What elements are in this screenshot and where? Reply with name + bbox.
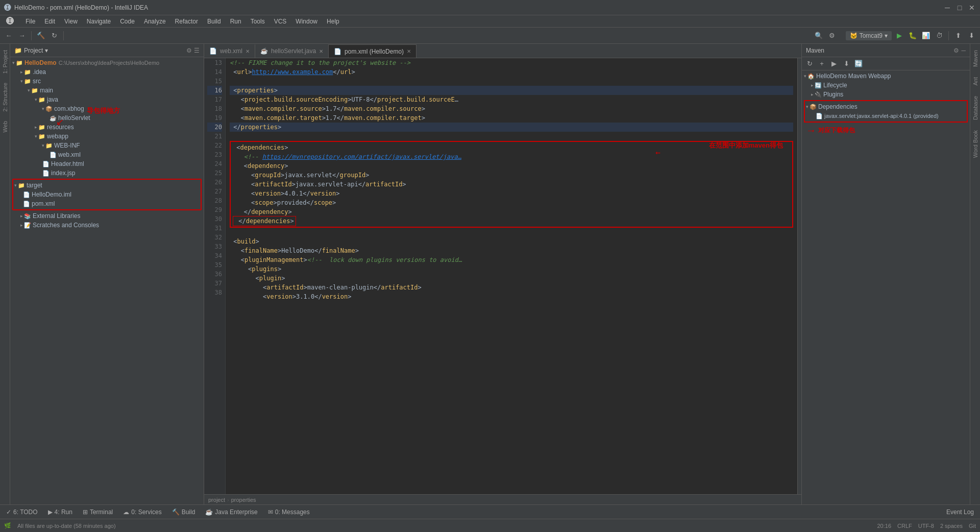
jar-icon: 📄: [815, 112, 823, 120]
menu-refactor[interactable]: Refactor: [171, 17, 202, 26]
tree-item-src[interactable]: ▾ 📁 src: [10, 77, 204, 86]
menu-edit[interactable]: Edit: [40, 17, 59, 26]
terminal-button[interactable]: ⊞ Terminal: [79, 507, 117, 517]
maven-run-btn[interactable]: ▶: [828, 58, 840, 69]
status-crlf[interactable]: CRLF: [897, 523, 912, 529]
tree-item-pom-xml[interactable]: 📄 pom.xml: [14, 199, 200, 208]
tab-pom-xml[interactable]: 📄 pom.xml (HelloDemo) ✕: [329, 44, 416, 58]
menu-vcs[interactable]: VCS: [270, 17, 291, 26]
vertical-scrollbar[interactable]: [797, 58, 801, 494]
maven-item-servlet-api[interactable]: 📄 javax.servlet:javax.servlet-api:4.0.1 …: [806, 111, 966, 120]
code-line-37: <artifactId>maven-clean-plugin</artifact…: [230, 283, 793, 292]
event-log-button[interactable]: Event Log: [942, 507, 978, 517]
menu-help[interactable]: Help: [323, 17, 344, 26]
maven-refresh-btn[interactable]: ↻: [804, 58, 815, 69]
right-tab-ant[interactable]: Ant: [971, 73, 979, 90]
tree-item-java[interactable]: ▾ 📁 java: [10, 95, 204, 104]
left-tab-web[interactable]: Web: [1, 117, 9, 136]
maven-settings-icon[interactable]: ⚙: [953, 47, 959, 54]
status-git[interactable]: Git: [969, 523, 976, 529]
maven-item-deps[interactable]: ▾ 📦 Dependencies: [806, 102, 966, 111]
vcs-pull-button[interactable]: ⬇: [966, 30, 977, 41]
maven-update-btn[interactable]: 🔄: [853, 58, 864, 69]
services-button[interactable]: ☁ 0: Services: [119, 507, 165, 517]
java-enterprise-button[interactable]: ☕ Java Enterprise: [201, 507, 261, 517]
tab-helloservlet[interactable]: ☕ helloServlet.java ✕: [255, 44, 329, 58]
tab-helloservlet-close[interactable]: ✕: [319, 49, 323, 54]
left-tab-project[interactable]: 1: Project: [1, 46, 9, 78]
maven-add-btn[interactable]: +: [816, 58, 827, 69]
left-tab-structure[interactable]: 2: Structure: [1, 79, 9, 116]
sync-icon[interactable]: ⚙: [186, 47, 192, 54]
menu-tools[interactable]: Tools: [247, 17, 269, 26]
status-indent[interactable]: 2 spaces: [940, 523, 963, 529]
maven-item-root[interactable]: ▾ 🏠 HelloDemo Maven Webapp: [802, 71, 970, 81]
coverage-button[interactable]: 📊: [920, 30, 932, 41]
menu-navigate[interactable]: Navigate: [83, 17, 115, 26]
breadcrumb: project › properties: [204, 494, 801, 504]
menu-file[interactable]: File: [21, 17, 39, 26]
arrow-icon: ▸: [811, 92, 814, 97]
profile-button[interactable]: ⏱: [934, 30, 945, 41]
tab-web-xml[interactable]: 📄 web.xml ✕: [204, 44, 255, 58]
tree-item-target[interactable]: ▾ 📁 target: [14, 181, 200, 190]
java-tab-icon: ☕: [260, 47, 268, 55]
maven-item-plugins[interactable]: ▸ 🔌 Plugins: [802, 90, 970, 99]
status-line[interactable]: 20:16: [877, 523, 891, 529]
code-editor[interactable]: <!-- FIXME change it to the project's we…: [226, 58, 797, 494]
tree-item-root[interactable]: ▾ 📁 HelloDemo C:\Users\xbhog\IdeaProject…: [10, 58, 204, 67]
project-panel-title: 📁 Project ▾: [14, 47, 48, 54]
search-everywhere-button[interactable]: 🔍: [813, 30, 824, 41]
editor-area: 📄 web.xml ✕ ☕ helloServlet.java ✕ 📄 pom.…: [204, 44, 801, 504]
tab-pom-xml-close[interactable]: ✕: [407, 49, 411, 54]
tree-item-idea[interactable]: ▸ 📁 .idea: [10, 67, 204, 77]
menu-analyze[interactable]: Analyze: [140, 17, 170, 26]
tree-item-web-xml[interactable]: 📄 web.xml: [10, 150, 204, 159]
run-tab-button[interactable]: ▶ 4: Run: [44, 507, 77, 517]
settings-icon[interactable]: ☰: [194, 47, 200, 54]
build-button[interactable]: 🔨: [35, 30, 46, 41]
tree-item-webinf[interactable]: ▾ 📁 WEB-INF: [10, 141, 204, 150]
maven-download-btn[interactable]: ⬇: [841, 58, 852, 69]
left-side-panel: 1: Project 2: Structure Web: [0, 44, 10, 504]
tree-item-scratches[interactable]: ▸ 📝 Scratches and Consoles: [10, 221, 204, 230]
maven-minimize-icon[interactable]: ─: [961, 47, 966, 54]
forward-button[interactable]: →: [16, 30, 28, 41]
menu-code[interactable]: Code: [116, 17, 139, 26]
debug-button[interactable]: 🐛: [907, 30, 918, 41]
breadcrumb-project[interactable]: project: [208, 497, 225, 503]
right-tab-maven[interactable]: Maven: [971, 46, 979, 71]
editor-content[interactable]: 131415 16 171819 20 21222324 25262728 29…: [204, 58, 801, 494]
maven-item-lifecycle[interactable]: ▸ 🔄 Lifecycle: [802, 81, 970, 90]
sync-button[interactable]: ↻: [48, 30, 60, 41]
tree-item-resources[interactable]: ▸ 📁 resources: [10, 123, 204, 132]
back-button[interactable]: ←: [3, 30, 14, 41]
tab-web-xml-close[interactable]: ✕: [246, 49, 250, 54]
tree-item-webapp[interactable]: ▾ 📁 webapp: [10, 132, 204, 141]
todo-button[interactable]: ✓ 6: TODO: [2, 507, 42, 517]
settings-button[interactable]: ⚙: [826, 30, 838, 41]
tree-item-index-jsp[interactable]: 📄 index.jsp: [10, 168, 204, 178]
tree-item-hellodemo-iml[interactable]: 📄 HelloDemo.iml: [14, 190, 200, 199]
tomcat-config[interactable]: 🐱 Tomcat9 ▾: [846, 31, 892, 40]
close-button[interactable]: ✕: [968, 4, 976, 12]
status-encoding[interactable]: UTF-8: [918, 523, 934, 529]
menu-run[interactable]: Run: [226, 17, 246, 26]
minimize-button[interactable]: ─: [943, 4, 951, 12]
tree-item-ext-libs[interactable]: ▸ 📚 External Libraries: [10, 211, 204, 221]
breadcrumb-properties[interactable]: properties: [231, 497, 256, 503]
right-tab-database[interactable]: Database: [971, 92, 979, 124]
build-tab-button[interactable]: 🔨 Build: [168, 507, 200, 517]
menu-view[interactable]: View: [60, 17, 82, 26]
vcs-button[interactable]: ⬆: [952, 30, 964, 41]
arrow-icon: ▸: [811, 83, 814, 88]
menu-build[interactable]: Build: [203, 17, 225, 26]
messages-button[interactable]: ✉ 0: Messages: [264, 507, 314, 517]
run-button[interactable]: ▶: [894, 30, 905, 41]
tree-item-header-html[interactable]: 📄 Header.html: [10, 159, 204, 168]
tree-item-main[interactable]: ▾ 📁 main: [10, 86, 204, 95]
maximize-button[interactable]: □: [955, 4, 964, 12]
right-tab-wordbook[interactable]: Word Book: [971, 126, 979, 162]
menu-window[interactable]: Window: [291, 17, 322, 26]
code-line-15: [230, 77, 793, 86]
